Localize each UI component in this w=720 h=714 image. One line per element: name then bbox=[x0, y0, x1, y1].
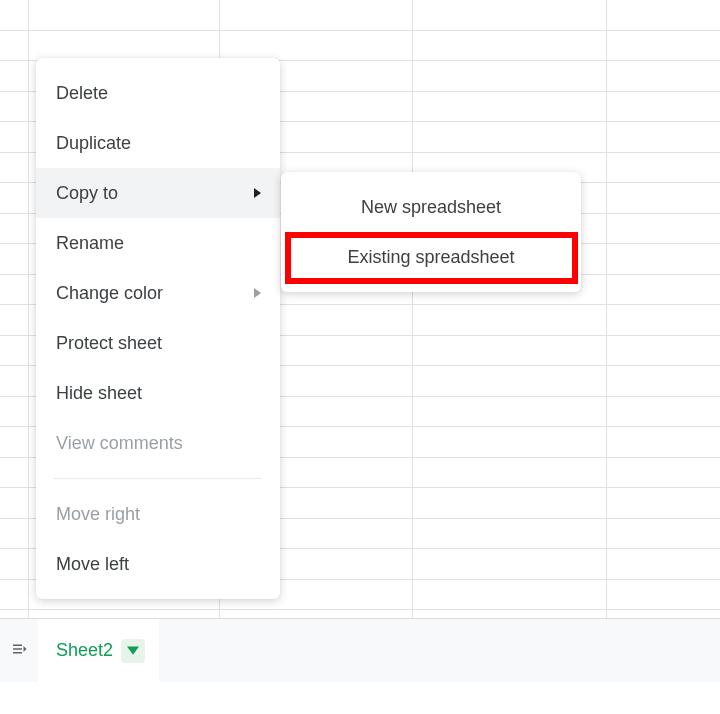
menu-separator bbox=[54, 478, 262, 479]
menu-item-hide-sheet[interactable]: Hide sheet bbox=[36, 368, 280, 418]
menu-item-label: Change color bbox=[56, 283, 163, 304]
menu-item-copy-to[interactable]: Copy to bbox=[36, 168, 280, 218]
menu-item-label: Move right bbox=[56, 504, 140, 525]
menu-item-label: View comments bbox=[56, 433, 183, 454]
sheet-tab-label: Sheet2 bbox=[56, 640, 113, 661]
triangle-down-icon bbox=[127, 642, 139, 660]
submenu-item-label: New spreadsheet bbox=[361, 197, 501, 218]
grid-column-line bbox=[412, 0, 413, 618]
all-sheets-button[interactable] bbox=[0, 619, 38, 683]
sheet-tab-menu-button[interactable] bbox=[121, 639, 145, 663]
menu-item-label: Move left bbox=[56, 554, 129, 575]
all-sheets-icon bbox=[10, 640, 28, 662]
menu-item-move-left[interactable]: Move left bbox=[36, 539, 280, 589]
menu-item-label: Duplicate bbox=[56, 133, 131, 154]
sheet-tabs-bar: Sheet2 bbox=[0, 618, 720, 682]
grid-row[interactable] bbox=[0, 0, 720, 31]
sheet-context-menu: DeleteDuplicateCopy toRenameChange color… bbox=[36, 58, 280, 599]
menu-item-label: Hide sheet bbox=[56, 383, 142, 404]
submenu-item-existing-spreadsheet[interactable]: Existing spreadsheet bbox=[281, 232, 581, 282]
menu-item-protect-sheet[interactable]: Protect sheet bbox=[36, 318, 280, 368]
chevron-right-icon bbox=[252, 188, 262, 198]
submenu-item-new-spreadsheet[interactable]: New spreadsheet bbox=[281, 182, 581, 232]
sheet-tab-active[interactable]: Sheet2 bbox=[38, 619, 159, 683]
chevron-right-icon bbox=[252, 288, 262, 298]
menu-item-rename[interactable]: Rename bbox=[36, 218, 280, 268]
menu-item-duplicate[interactable]: Duplicate bbox=[36, 118, 280, 168]
menu-item-change-color[interactable]: Change color bbox=[36, 268, 280, 318]
copy-to-submenu: New spreadsheetExisting spreadsheet bbox=[281, 172, 581, 292]
menu-item-view-comments: View comments bbox=[36, 418, 280, 468]
menu-item-move-right: Move right bbox=[36, 489, 280, 539]
menu-item-label: Protect sheet bbox=[56, 333, 162, 354]
menu-item-label: Delete bbox=[56, 83, 108, 104]
menu-item-label: Copy to bbox=[56, 183, 118, 204]
menu-item-label: Rename bbox=[56, 233, 124, 254]
menu-item-delete[interactable]: Delete bbox=[36, 68, 280, 118]
grid-column-line bbox=[28, 0, 29, 618]
grid-row[interactable] bbox=[0, 31, 720, 62]
submenu-item-label: Existing spreadsheet bbox=[347, 247, 514, 268]
grid-column-line bbox=[606, 0, 607, 618]
